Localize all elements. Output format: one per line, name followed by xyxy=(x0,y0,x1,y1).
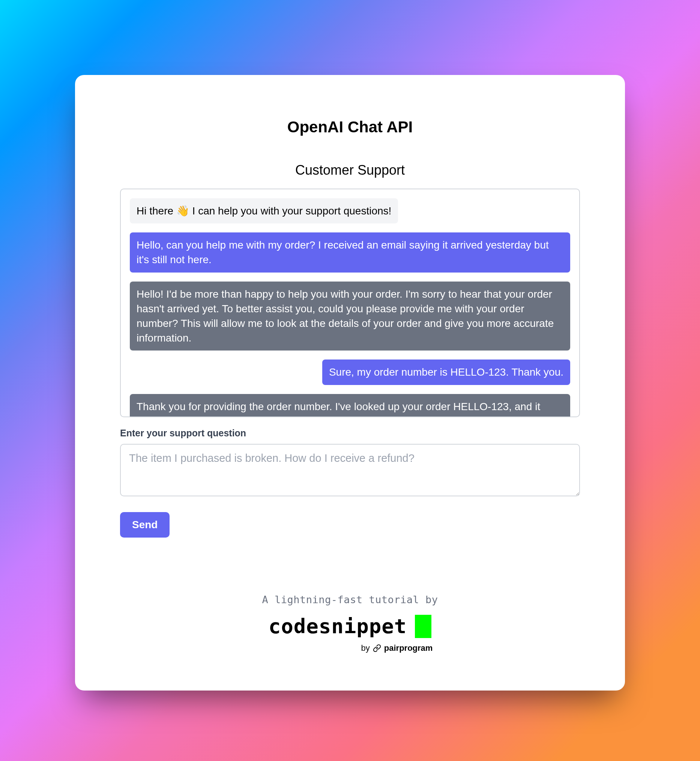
input-label: Enter your support question xyxy=(120,428,580,438)
chat-subtitle: Customer Support xyxy=(120,162,580,178)
byline: by pairprogram xyxy=(120,643,580,653)
link-icon xyxy=(373,644,381,652)
chat-window[interactable]: Hi there 👋 I can help you with your supp… xyxy=(120,189,580,417)
chat-message-user: Sure, my order number is HELLO-123. Than… xyxy=(322,360,570,385)
cursor-icon xyxy=(415,615,431,638)
support-question-input[interactable] xyxy=(120,444,580,496)
page-title: OpenAI Chat API xyxy=(120,118,580,136)
chat-message-assistant: Hello! I'd be more than happy to help yo… xyxy=(130,282,570,351)
footer: A lightning-fast tutorial by codesnippet… xyxy=(120,594,580,653)
byline-prefix: by xyxy=(361,643,370,653)
logo: codesnippet xyxy=(120,614,580,638)
footer-tagline: A lightning-fast tutorial by xyxy=(120,594,580,605)
chat-message-assistant: Thank you for providing the order number… xyxy=(130,394,570,418)
logo-text: codesnippet xyxy=(269,614,407,638)
chat-message-system: Hi there 👋 I can help you with your supp… xyxy=(130,198,398,223)
chat-message-user: Hello, can you help me with my order? I … xyxy=(130,232,570,272)
app-card: OpenAI Chat API Customer Support Hi ther… xyxy=(75,75,625,691)
byline-name: pairprogram xyxy=(384,643,433,653)
send-button[interactable]: Send xyxy=(120,512,170,538)
